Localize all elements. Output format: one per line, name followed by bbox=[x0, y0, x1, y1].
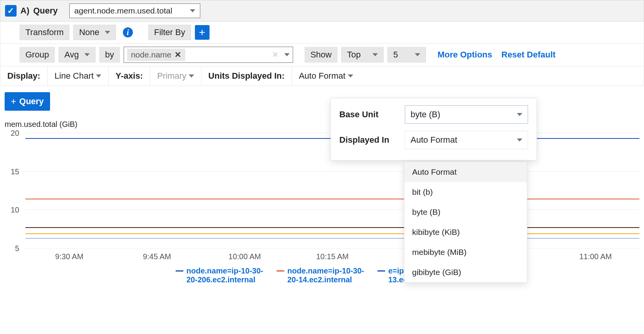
group-row: Group Avg by node.name ✕ ✕ Show Top 5 Mo… bbox=[0, 44, 644, 66]
series-line bbox=[25, 199, 639, 199]
series-line bbox=[25, 238, 639, 239]
units-cell: Units Displayed In: bbox=[201, 66, 292, 86]
query-header: ✓ A) Query agent.node.mem.used.total bbox=[0, 0, 644, 22]
series-line bbox=[25, 233, 639, 234]
reset-defaults-link[interactable]: Reset Default bbox=[501, 50, 556, 60]
display-value: Line Chart bbox=[55, 71, 94, 81]
chevron-down-icon bbox=[189, 74, 194, 78]
unit-option[interactable]: mebibyte (MiB) bbox=[404, 242, 527, 262]
yaxis-value: Primary bbox=[157, 71, 186, 81]
legend-swatch bbox=[176, 270, 183, 272]
show-label: Show bbox=[305, 47, 337, 62]
chevron-down-icon bbox=[96, 74, 101, 78]
group-label: Group bbox=[20, 47, 55, 62]
filter-label: Filter By bbox=[148, 25, 191, 40]
xtick: 10:15 AM bbox=[288, 252, 376, 261]
unit-option[interactable]: Auto Format bbox=[404, 162, 527, 182]
series-line bbox=[25, 227, 639, 228]
chevron-down-icon bbox=[284, 53, 290, 56]
chevron-down-icon bbox=[348, 74, 353, 78]
displayed-in-options: Auto Formatbit (b)byte (B)kibibyte (KiB)… bbox=[404, 162, 527, 283]
unit-option[interactable]: byte (B) bbox=[404, 202, 527, 222]
units-value: Auto Format bbox=[299, 71, 345, 81]
chevron-down-icon bbox=[372, 53, 378, 56]
chart-xticks: 9:30 AM9:45 AM10:00 AM10:15 AM10:30 AM10… bbox=[25, 252, 639, 261]
transform-dropdown[interactable]: None bbox=[73, 25, 116, 40]
remove-tag-icon[interactable]: ✕ bbox=[174, 50, 181, 59]
xtick: 9:45 AM bbox=[113, 252, 201, 261]
add-query-label: Query bbox=[19, 96, 44, 106]
show-count-dropdown[interactable]: 5 bbox=[387, 47, 426, 62]
show-count-value: 5 bbox=[393, 50, 398, 60]
chevron-down-icon bbox=[415, 53, 420, 56]
show-mode-dropdown[interactable]: Top bbox=[341, 47, 384, 62]
query-label: Query bbox=[33, 6, 58, 16]
group-tag: node.name ✕ bbox=[127, 49, 185, 61]
display-cell: Display: bbox=[0, 66, 48, 86]
yaxis-select[interactable]: Primary bbox=[150, 66, 201, 86]
base-unit-select[interactable]: byte (B) bbox=[405, 105, 528, 124]
units-panel: Base Unit byte (B) Displayed In Auto For… bbox=[330, 98, 537, 160]
metric-select[interactable]: agent.node.mem.used.total bbox=[69, 3, 200, 18]
display-select[interactable]: Line Chart bbox=[48, 66, 109, 86]
unit-option[interactable]: gibibyte (GiB) bbox=[404, 262, 527, 282]
displayed-in-value: Auto Format bbox=[411, 135, 457, 145]
chevron-down-icon bbox=[517, 138, 522, 142]
gridline: 5 bbox=[25, 248, 639, 248]
chevron-down-icon bbox=[190, 9, 195, 12]
yaxis-cell: Y-axis: bbox=[109, 66, 150, 86]
units-select[interactable]: Auto Format bbox=[292, 66, 360, 86]
chevron-down-icon bbox=[517, 113, 522, 116]
chart-title: mem.used.total (GiB) bbox=[5, 120, 639, 129]
metric-value: agent.node.mem.used.total bbox=[74, 6, 173, 15]
displayed-in-label: Displayed In bbox=[339, 135, 405, 145]
by-label: by bbox=[99, 47, 120, 62]
unit-option[interactable]: kibibyte (KiB) bbox=[404, 222, 527, 242]
query-letter: A) bbox=[20, 6, 29, 16]
filter-add-button[interactable]: + bbox=[195, 25, 210, 40]
clear-input-icon[interactable]: ✕ bbox=[272, 50, 279, 59]
legend-item[interactable]: node.name=ip-10-30-20-14.ec2.internal bbox=[277, 267, 368, 284]
transform-row: Transform None i Filter By + bbox=[0, 22, 644, 44]
chart: mem.used.total (GiB) 5101520 9:30 AM9:45… bbox=[5, 120, 639, 284]
info-icon[interactable]: i bbox=[123, 27, 133, 37]
legend-text: node.name=ip-10-30-20-206.ec2.internal bbox=[186, 267, 267, 284]
unit-option[interactable]: bit (b) bbox=[404, 182, 527, 202]
chevron-down-icon bbox=[84, 53, 90, 56]
group-tag-text: node.name bbox=[131, 50, 171, 59]
display-row: Display: Line Chart Y-axis: Primary Unit… bbox=[0, 66, 644, 86]
more-options-link[interactable]: More Options bbox=[438, 50, 492, 60]
transform-label: Transform bbox=[20, 25, 69, 40]
base-unit-label: Base Unit bbox=[339, 110, 405, 120]
legend-item[interactable]: node.name=ip-10-30-20-206.ec2.internal bbox=[176, 267, 267, 284]
units-label: Units Displayed In: bbox=[208, 71, 285, 81]
plus-icon: + bbox=[11, 96, 16, 107]
xtick: 9:30 AM bbox=[25, 252, 113, 261]
group-agg-value: Avg bbox=[64, 50, 79, 60]
xtick: 10:00 AM bbox=[201, 252, 288, 261]
chart-legend: node.name=ip-10-30-20-206.ec2.internalno… bbox=[25, 267, 639, 284]
chevron-down-icon bbox=[105, 31, 110, 34]
add-query-button[interactable]: + Query bbox=[5, 92, 50, 111]
gridline: 15 bbox=[25, 171, 639, 172]
display-label: Display: bbox=[7, 71, 40, 81]
yaxis-label: Y-axis: bbox=[116, 71, 143, 81]
legend-swatch bbox=[277, 270, 284, 272]
base-unit-value: byte (B) bbox=[411, 110, 440, 120]
xtick: 11:00 AM bbox=[552, 252, 639, 261]
query-checkbox[interactable]: ✓ bbox=[5, 5, 17, 17]
legend-text: node.name=ip-10-30-20-14.ec2.internal bbox=[287, 267, 368, 284]
gridline: 10 bbox=[25, 209, 639, 210]
show-mode-value: Top bbox=[347, 50, 361, 60]
transform-value: None bbox=[79, 27, 99, 37]
group-by-input[interactable]: node.name ✕ ✕ bbox=[124, 47, 293, 63]
group-agg-dropdown[interactable]: Avg bbox=[59, 47, 96, 62]
displayed-in-select[interactable]: Auto Format bbox=[405, 131, 528, 149]
legend-swatch bbox=[377, 270, 385, 272]
